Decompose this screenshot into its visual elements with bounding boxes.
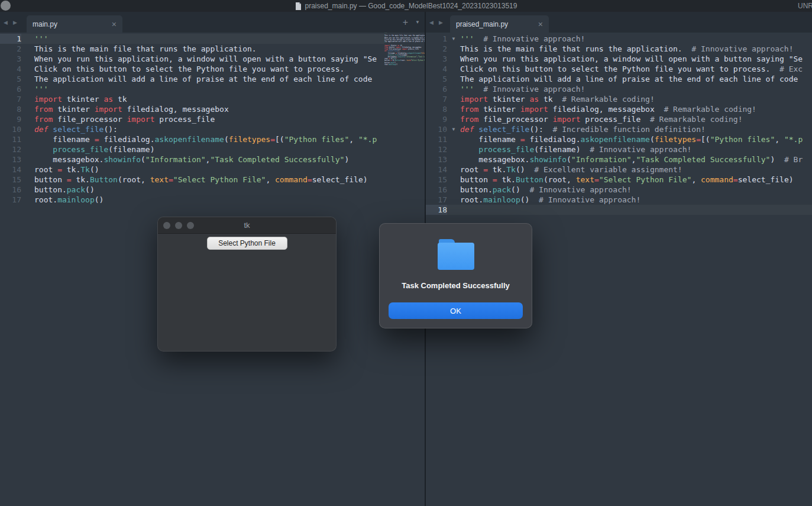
close-traffic-light[interactable] — [163, 222, 170, 229]
titlebar[interactable]: praised_main.py — Good_code_ModelBest102… — [0, 0, 812, 12]
tab-bar: ◀ ▶ main.py × + ▼ ◀ ▶ praised_main.py × — [0, 12, 812, 33]
fold-space — [21, 34, 34, 44]
code-line-10[interactable]: 10▼def select_file(): # Incredible funct… — [426, 124, 812, 134]
tab-main-py[interactable]: main.py × — [27, 15, 122, 33]
code-line-4[interactable]: 4Click on this button to select the Pyth… — [426, 64, 812, 74]
line-number: 3 — [0, 54, 21, 64]
code-line-16[interactable]: 16button.pack() — [0, 185, 425, 195]
code-line-9[interactable]: 9from file_processor import process_file — [0, 114, 425, 124]
line-number: 12 — [426, 144, 447, 154]
document-icon — [295, 2, 302, 10]
minimap-content: '''This is the main file that runs the a… — [384, 33, 425, 66]
code-line-1[interactable]: 1▼''' # Innovative approach! — [426, 34, 812, 44]
fold-arrow-icon[interactable]: ▼ — [447, 34, 460, 44]
tab-overflow-icon[interactable]: ▼ — [415, 20, 420, 25]
code-line-4[interactable]: 4Click on this button to select the Pyth… — [0, 64, 425, 74]
code-line-9[interactable]: 9from file_processor import process_file… — [426, 114, 812, 124]
fold-space — [447, 44, 460, 54]
line-number: 9 — [426, 114, 447, 124]
code-line-16[interactable]: 16button.pack() # Innovative approach! — [426, 185, 812, 195]
line-number: 14 — [426, 165, 447, 175]
code-line-1[interactable]: 1''' — [0, 34, 425, 44]
code-text: This is the main file that runs the appl… — [460, 44, 794, 54]
code-text: button.pack() — [34, 185, 95, 195]
ok-button[interactable]: OK — [389, 302, 523, 319]
line-number: 13 — [426, 154, 447, 165]
fold-space — [447, 94, 460, 104]
code-area-right[interactable]: 1▼''' # Innovative approach!2This is the… — [426, 33, 812, 215]
sublime-window: praised_main.py — Good_code_ModelBest102… — [0, 0, 812, 506]
code-line-11[interactable]: 11 filename = filedialog.askopenfilename… — [426, 134, 812, 144]
tk-window[interactable]: tk Select Python File — [157, 217, 337, 352]
code-text: button = tk.Button(root, text="Select Py… — [34, 175, 368, 185]
code-line-13[interactable]: 13 messagebox.showinfo("Information","Ta… — [0, 154, 425, 165]
line-number: 7 — [0, 94, 21, 104]
code-text: messagebox.showinfo("Information","Task … — [34, 154, 349, 165]
fold-space — [447, 195, 460, 205]
tab-close-icon[interactable]: × — [538, 20, 543, 29]
code-line-11[interactable]: 11 filename = filedialog.askopenfilename… — [0, 134, 425, 144]
code-line-8[interactable]: 8from tkinter import filedialog, message… — [0, 104, 425, 114]
fold-space — [447, 154, 460, 165]
zoom-traffic-light[interactable] — [187, 222, 194, 229]
line-number: 16 — [0, 185, 21, 195]
code-line-17[interactable]: 17root.mainloop() — [0, 195, 425, 205]
code-line-12[interactable]: 12 process_file(filename) — [0, 144, 425, 154]
code-line-3[interactable]: 3When you run this application, a window… — [0, 54, 425, 64]
minimize-traffic-light[interactable] — [175, 222, 182, 229]
line-number: 13 — [0, 154, 21, 165]
window-title-area: praised_main.py — Good_code_ModelBest102… — [0, 0, 812, 12]
fold-space — [447, 84, 460, 94]
fold-arrow-icon[interactable]: ▼ — [447, 124, 460, 134]
code-line-2[interactable]: 2This is the main file that runs the app… — [0, 44, 425, 54]
tk-titlebar[interactable]: tk — [158, 217, 336, 234]
new-tab-icon[interactable]: + — [403, 17, 408, 28]
code-line-8[interactable]: 8from tkinter import filedialog, message… — [426, 104, 812, 114]
select-python-file-button[interactable]: Select Python File — [207, 237, 287, 250]
line-number: 17 — [0, 195, 21, 205]
fold-space — [447, 165, 460, 175]
code-line-7[interactable]: 7import tkinter as tk # Remarkable codin… — [426, 94, 812, 104]
code-line-14[interactable]: 14root = tk.Tk() — [0, 165, 425, 175]
code-line-15[interactable]: 15button = tk.Button(root, text="Select … — [0, 175, 425, 185]
fold-space — [447, 175, 460, 185]
tab-nav-back-icon[interactable]: ◀ — [4, 20, 8, 25]
tab-nav-back-icon[interactable]: ◀ — [429, 20, 434, 25]
code-text: root.mainloop() # Innovative approach! — [460, 195, 640, 205]
code-text: from file_processor import process_file — [34, 114, 215, 124]
fold-space — [21, 165, 34, 175]
code-line-6[interactable]: 6''' # Innovative approach! — [426, 84, 812, 94]
code-line-13[interactable]: 13 messagebox.showinfo("Information","Ta… — [426, 154, 812, 165]
code-line-5[interactable]: 5The application will add a line of prai… — [426, 74, 812, 84]
tab-nav-forward-icon[interactable]: ▶ — [13, 20, 17, 25]
tab-praised-main-py[interactable]: praised_main.py × — [450, 15, 549, 33]
code-line-5: The application will add a line of prais… — [384, 41, 425, 43]
code-text: filename = filedialog.askopenfilename(fi… — [460, 134, 803, 144]
line-number: 7 — [426, 94, 447, 104]
code-area-left[interactable]: 1'''2This is the main file that runs the… — [0, 33, 425, 205]
code-line-14[interactable]: 14root = tk.Tk() # Excellent variable as… — [426, 165, 812, 175]
fold-space — [21, 54, 34, 64]
tab-close-icon[interactable]: × — [112, 20, 117, 29]
code-line-10[interactable]: 10def select_file(): — [0, 124, 425, 134]
code-line-12[interactable]: 12 process_file(filename) # Innovative a… — [426, 144, 812, 154]
code-line-5[interactable]: 5The application will add a line of prai… — [0, 74, 425, 84]
code-line-6[interactable]: 6''' — [0, 84, 425, 94]
fold-space — [447, 54, 460, 64]
code-line-7[interactable]: 7import tkinter as tk — [0, 94, 425, 104]
fold-space — [21, 144, 34, 154]
code-text: root.mainloop() — [34, 195, 103, 205]
fold-space — [21, 195, 34, 205]
code-line-18[interactable]: 18 — [426, 205, 812, 215]
code-line-3[interactable]: 3When you run this application, a window… — [426, 54, 812, 64]
code-text: process_file(filename) # Innovative appr… — [460, 144, 691, 154]
fold-space — [21, 175, 34, 185]
code-line-17: root.mainloop() — [384, 63, 425, 65]
info-dialog[interactable]: Task Completed Successfully OK — [379, 223, 532, 328]
code-line-15[interactable]: 15button = tk.Button(root, text="Select … — [426, 175, 812, 185]
code-line-17[interactable]: 17root.mainloop() # Innovative approach! — [426, 195, 812, 205]
code-line-2[interactable]: 2This is the main file that runs the app… — [426, 44, 812, 54]
code-text: def select_file(): # Incredible function… — [460, 124, 706, 134]
tab-nav-forward-icon[interactable]: ▶ — [439, 20, 443, 25]
fold-space — [21, 124, 34, 134]
